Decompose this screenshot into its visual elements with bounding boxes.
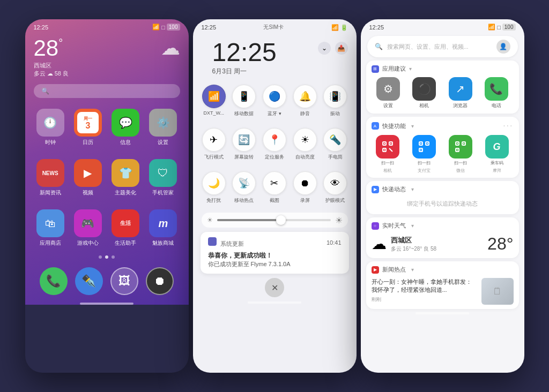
airplane-ctrl-icon: ✈ bbox=[202, 128, 226, 152]
sugg-phone-icon: 📞 bbox=[485, 77, 508, 101]
ctrl-data[interactable]: 📱 移动数据 bbox=[232, 85, 257, 117]
slider-thumb[interactable] bbox=[276, 215, 286, 225]
dock-phone[interactable]: 📞 bbox=[40, 267, 68, 295]
ctrl-torch[interactable]: 🔦 手电筒 bbox=[323, 128, 348, 161]
control-grid-r3: 🌙 免打扰 📡 移动热点 ✂ 截图 ⏺ 录屏 👁 护眼模式 bbox=[193, 167, 357, 208]
ctrl-brightness[interactable]: ☀ 自动亮度 bbox=[292, 128, 317, 161]
phone-drawer: 12:25 📶 □ 100 🔍 搜索网页、设置、应用、视频... 👤 ⊞ 应用建… bbox=[361, 19, 524, 373]
drawer-search[interactable]: 🔍 搜索网页、设置、应用、视频... 👤 bbox=[367, 36, 518, 57]
dot-3 bbox=[112, 255, 115, 259]
app-video[interactable]: ▶ 视频 bbox=[71, 159, 105, 197]
sugg-camera[interactable]: ⚫ 相机 bbox=[407, 77, 441, 109]
weather-sm-cloud-icon: ☁ bbox=[372, 235, 387, 253]
quick-func-card: A 快捷功能 ▾ ··· bbox=[366, 117, 519, 178]
quick-func-header: A 快捷功能 ▾ ··· bbox=[372, 121, 514, 131]
ctrl-record[interactable]: ⏺ 录屏 bbox=[292, 171, 317, 204]
home-search-bar[interactable]: 🔍 bbox=[34, 84, 180, 98]
sugg-settings[interactable]: ⚙ 设置 bbox=[372, 77, 405, 109]
dropdown-btn[interactable]: ⌄ bbox=[318, 42, 331, 55]
app-manager[interactable]: 🛡 手机管家 bbox=[146, 159, 180, 197]
qf-scan-wechat-icon bbox=[449, 135, 472, 159]
video-icon: ▶ bbox=[74, 159, 102, 187]
eyecare-ctrl-icon: 👁 bbox=[323, 171, 347, 195]
app-store[interactable]: 🛍 应用商店 bbox=[34, 209, 67, 247]
dock-photos[interactable]: 🖼 bbox=[110, 267, 138, 295]
weather-desc: 多云 ☁ 58 良 bbox=[34, 70, 69, 78]
suggestions-grid: ⚙ 设置 ⚫ 相机 ↗ 浏览器 📞 电话 bbox=[372, 77, 514, 109]
svg-line-6 bbox=[389, 148, 392, 152]
time-1: 12:25 bbox=[34, 24, 49, 31]
qf-transit-code[interactable]: G 乘车码 摩拜 bbox=[480, 135, 514, 174]
news-time: 刚刚 bbox=[372, 296, 477, 303]
weather-city: 西城区 bbox=[34, 62, 69, 70]
signal-icon-3: □ bbox=[497, 24, 501, 31]
svg-rect-11 bbox=[427, 143, 428, 144]
qf-more-dots[interactable]: ··· bbox=[503, 121, 513, 131]
express-header: ▶ 快递动态 ▾ bbox=[372, 185, 514, 193]
suggestions-dropdown[interactable]: ▾ bbox=[409, 66, 412, 72]
battery-indicator-1: 100 bbox=[167, 24, 180, 31]
app-meizu-store[interactable]: m 魅族商城 bbox=[146, 209, 180, 247]
large-time: 12:25 bbox=[202, 35, 287, 67]
ctrl-rotate[interactable]: 🔄 屏幕旋转 bbox=[232, 128, 257, 161]
life-icon: 生活 bbox=[112, 209, 139, 237]
brightness-slider[interactable]: ☀ ☀ bbox=[202, 213, 348, 228]
app-news[interactable]: NEWS 新闻资讯 bbox=[34, 159, 67, 197]
ctrl-eyecare[interactable]: 👁 护眼模式 bbox=[323, 171, 348, 204]
dock: 📞 ✒️ 🖼 ⏺ bbox=[25, 263, 189, 299]
silent-ctrl-icon: 🔔 bbox=[293, 85, 317, 108]
app-theme[interactable]: 👕 主题美化 bbox=[109, 159, 142, 197]
theme-icon: 👕 bbox=[112, 159, 139, 187]
app-life[interactable]: 生活 生活助手 bbox=[109, 209, 142, 247]
sugg-browser[interactable]: ↗ 浏览器 bbox=[443, 77, 477, 109]
app-clock-label: 时钟 bbox=[45, 139, 56, 146]
wifi-icon-2: 📶 bbox=[331, 24, 339, 31]
ctrl-silent[interactable]: 🔔 静音 bbox=[292, 85, 317, 117]
search-placeholder-3: 搜索网页、设置、应用、视频... bbox=[387, 43, 469, 51]
home-indicator-2 bbox=[248, 301, 301, 304]
app-clock[interactable]: 🕛 时钟 bbox=[34, 109, 67, 146]
ctrl-hotspot[interactable]: 📡 移动热点 bbox=[232, 171, 257, 204]
weather-sm-desc: 多云 16°~28° 良 58 bbox=[391, 245, 437, 253]
ctrl-airplane[interactable]: ✈ 飞行模式 bbox=[202, 128, 227, 161]
ctrl-screenshot[interactable]: ✂ 截图 bbox=[262, 171, 287, 204]
ctrl-vibrate[interactable]: 📳 振动 bbox=[323, 85, 348, 117]
avatar-icon[interactable]: 👤 bbox=[496, 40, 510, 54]
brightness-ctrl-icon: ☀ bbox=[293, 128, 317, 152]
notif-app-icon bbox=[208, 237, 217, 246]
svg-rect-5 bbox=[384, 149, 385, 150]
app-settings[interactable]: ⚙️ 设置 bbox=[146, 109, 180, 146]
home-indicator-3 bbox=[416, 312, 469, 314]
app-manager-label: 手机管家 bbox=[152, 189, 174, 197]
sugg-phone[interactable]: 📞 电话 bbox=[479, 77, 513, 109]
app-grid-row1: 🕛 时钟 周一 3 日历 💬 信息 bbox=[25, 102, 189, 153]
close-notification-button[interactable]: ✕ bbox=[265, 278, 284, 297]
ctrl-dnd[interactable]: 🌙 免打扰 bbox=[202, 171, 227, 204]
status-icons-2: 📶 🔋 bbox=[331, 24, 348, 31]
qf-scan-camera[interactable]: 扫一扫 相机 bbox=[372, 135, 405, 174]
app-messages[interactable]: 💬 信息 bbox=[109, 109, 142, 146]
torch-ctrl-icon: 🔦 bbox=[323, 128, 347, 152]
weather-dropdown[interactable]: ▾ bbox=[411, 223, 414, 229]
search-icon: 🔍 bbox=[41, 87, 49, 95]
app-games[interactable]: 🎮 游戏中心 bbox=[71, 209, 105, 247]
qf-scan-alipay[interactable]: 扫一扫 支付宝 bbox=[407, 135, 441, 174]
battery-icon-2: 🔋 bbox=[340, 24, 348, 31]
qf-scan-wechat[interactable]: 扫一扫 微信 bbox=[444, 135, 477, 174]
dock-browser[interactable]: ✒️ bbox=[75, 267, 103, 295]
wifi-icon-3: 📶 bbox=[488, 24, 495, 31]
news-card-header: ▶ 新闻热点 ▾ bbox=[372, 266, 514, 274]
news-dropdown[interactable]: ▾ bbox=[411, 267, 414, 273]
app-calendar[interactable]: 周一 3 日历 bbox=[71, 109, 105, 146]
notif-title: 恭喜你，更新成功啦！ bbox=[208, 251, 342, 260]
share-btn[interactable]: 📤 bbox=[335, 42, 348, 55]
express-dropdown[interactable]: ▾ bbox=[411, 186, 414, 192]
ctrl-wifi[interactable]: 📶 DXT_W... bbox=[202, 85, 227, 117]
slider-track bbox=[217, 219, 331, 221]
ctrl-bluetooth[interactable]: 🔵 蓝牙 ▾ bbox=[262, 85, 287, 117]
qf-dropdown[interactable]: ▾ bbox=[411, 123, 414, 129]
dock-camera[interactable]: ⏺ bbox=[146, 267, 174, 295]
ctrl-location[interactable]: 📍 定位服务 bbox=[262, 128, 287, 161]
games-icon: 🎮 bbox=[74, 209, 102, 237]
signal-icon: □ bbox=[161, 24, 165, 31]
